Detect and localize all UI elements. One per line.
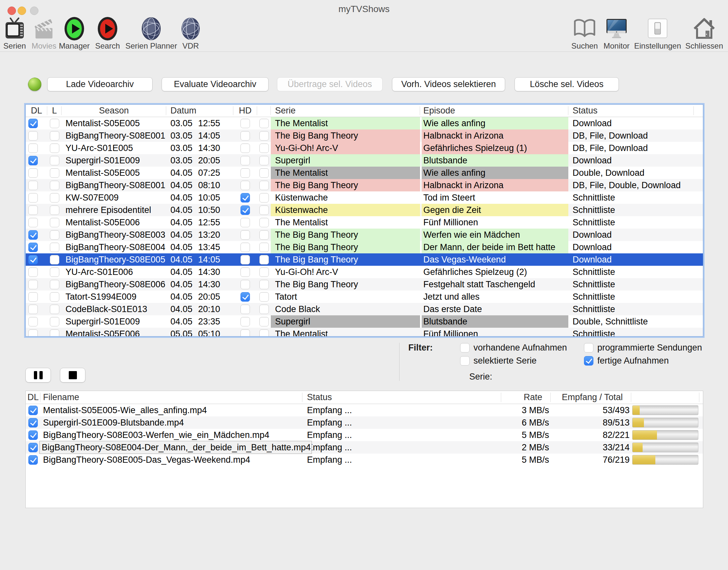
filter-fertige-aufnahmen[interactable]: fertige Aufnahmen <box>584 355 669 366</box>
dl-checkbox[interactable] <box>28 119 38 128</box>
l-checkbox[interactable] <box>50 206 59 215</box>
extra-checkbox[interactable] <box>259 131 269 140</box>
l-checkbox[interactable] <box>50 317 59 326</box>
episode-row[interactable]: Mentalist-S05E00503.05 12:55The Mentalis… <box>26 117 703 129</box>
episode-row[interactable]: Mentalist-S05E00605.05 05:10The Mentalis… <box>26 328 703 336</box>
hd-checkbox[interactable] <box>240 280 250 289</box>
episode-row[interactable]: YU-Arc-S01E00503.05 14:30Yu-Gi-Oh! Arc-V… <box>26 142 703 154</box>
pause-button[interactable] <box>25 368 51 382</box>
column-header-l[interactable]: L <box>47 105 62 117</box>
hd-checkbox[interactable] <box>240 292 250 302</box>
dl-checkbox[interactable] <box>28 443 38 452</box>
toolbar-einstellungen[interactable]: Einstellungen <box>631 14 684 51</box>
column-header-empfang-total[interactable]: Empfang / Total <box>551 391 631 404</box>
episode-row[interactable]: CodeBlack-S01E01304.05 20:10Code BlackDa… <box>26 303 703 315</box>
hd-checkbox[interactable] <box>240 193 250 203</box>
toolbar-movies[interactable]: Movies <box>31 14 57 51</box>
dl-checkbox[interactable] <box>28 206 38 215</box>
column-header-dl[interactable]: DL <box>26 391 40 404</box>
l-checkbox[interactable] <box>50 255 59 264</box>
column-header-hd[interactable]: HD <box>233 105 257 117</box>
extra-checkbox[interactable] <box>259 119 269 128</box>
dl-checkbox[interactable] <box>28 305 38 314</box>
dl-checkbox[interactable] <box>28 267 38 277</box>
toolbar-suchen[interactable]: Suchen <box>569 14 600 51</box>
filter-vorhandene-aufnahmen[interactable]: vorhandene Aufnahmen <box>460 342 567 353</box>
column-header-filename[interactable]: Filename <box>40 391 302 404</box>
extra-checkbox[interactable] <box>259 305 269 314</box>
extra-checkbox[interactable] <box>259 267 269 277</box>
hd-checkbox[interactable] <box>240 317 250 326</box>
episode-row[interactable]: BigBangTheory-S08E00104.05 08:10The Big … <box>26 179 703 192</box>
hd-checkbox[interactable] <box>240 181 250 190</box>
extra-checkbox[interactable] <box>259 230 269 240</box>
l-checkbox[interactable] <box>50 218 59 227</box>
hd-checkbox[interactable] <box>240 329 250 337</box>
toolbar-monitor[interactable]: Monitor <box>600 14 633 51</box>
extra-checkbox[interactable] <box>259 255 269 264</box>
hd-checkbox[interactable] <box>240 230 250 240</box>
evaluate-videoarchiv-button[interactable]: Evaluate Videoarchiv <box>162 77 268 91</box>
toolbar-vdr[interactable]: VDR <box>181 14 200 51</box>
download-row[interactable]: Supergirl-S01E009-Blutsbande.mp4Empfang … <box>26 416 703 429</box>
dl-checkbox[interactable] <box>28 406 38 415</box>
dl-checkbox[interactable] <box>28 230 38 240</box>
l-checkbox[interactable] <box>50 243 59 252</box>
extra-checkbox[interactable] <box>259 243 269 252</box>
toolbar-schliessen[interactable]: Schliessen <box>684 14 725 51</box>
download-row[interactable]: BigBangTheory-S08E005-Das_Vegas-Weekend.… <box>26 454 703 466</box>
hd-checkbox[interactable] <box>240 267 250 277</box>
l-checkbox[interactable] <box>50 181 59 190</box>
column-header-rate[interactable]: Rate <box>501 391 551 404</box>
l-checkbox[interactable] <box>50 168 59 178</box>
dl-checkbox[interactable] <box>28 156 38 165</box>
uebertrage-videos-button[interactable]: Übertrage sel. Videos <box>277 77 383 91</box>
episode-row[interactable]: Mentalist-S05E00504.05 07:25The Mentalis… <box>26 167 703 179</box>
episode-row[interactable]: KW-S07E00904.05 10:05KüstenwacheTod im S… <box>26 192 703 204</box>
hd-checkbox[interactable] <box>240 243 250 252</box>
episode-row[interactable]: BigBangTheory-S08E00304.05 13:20The Big … <box>26 229 703 241</box>
extra-checkbox[interactable] <box>259 317 269 326</box>
checkbox-icon[interactable] <box>460 356 470 365</box>
hd-checkbox[interactable] <box>240 305 250 314</box>
column-header-status[interactable]: Status <box>302 391 501 404</box>
vorh-videos-selektieren-button[interactable]: Vorh. Videos selektieren <box>392 77 505 91</box>
filter-programmierte-sendungen[interactable]: programmierte Sendungen <box>584 342 702 353</box>
episode-row[interactable]: BigBangTheory-S08E00404.05 13:45The Big … <box>26 241 703 253</box>
dl-checkbox[interactable] <box>28 131 38 140</box>
l-checkbox[interactable] <box>50 156 59 165</box>
dl-checkbox[interactable] <box>28 280 38 289</box>
dl-checkbox[interactable] <box>28 218 38 227</box>
episode-row[interactable]: YU-Arc-S01E00604.05 14:30Yu-Gi-Oh! Arc-V… <box>26 266 703 278</box>
dl-checkbox[interactable] <box>28 455 38 465</box>
toolbar-serien[interactable]: Serien <box>3 14 26 51</box>
l-checkbox[interactable] <box>50 267 59 277</box>
dl-checkbox[interactable] <box>28 193 38 203</box>
l-checkbox[interactable] <box>50 305 59 314</box>
column-header-dl[interactable]: DL <box>26 105 47 117</box>
extra-checkbox[interactable] <box>259 168 269 178</box>
toolbar-search[interactable]: Search <box>94 14 121 51</box>
l-checkbox[interactable] <box>50 329 59 337</box>
toolbar-serien-planner[interactable]: Serien Planner <box>126 14 177 51</box>
episode-row[interactable]: BigBangTheory-S08E00504.05 14:05The Big … <box>26 253 703 266</box>
l-checkbox[interactable] <box>50 230 59 240</box>
extra-checkbox[interactable] <box>259 193 269 203</box>
episode-row[interactable]: Supergirl-S01E00904.05 23:35SupergirlBlu… <box>26 315 703 328</box>
l-checkbox[interactable] <box>50 119 59 128</box>
dl-checkbox[interactable] <box>28 181 38 190</box>
dl-checkbox[interactable] <box>28 255 38 264</box>
hd-checkbox[interactable] <box>240 156 250 165</box>
episode-row[interactable]: Supergirl-S01E00903.05 20:05SupergirlBlu… <box>26 154 703 167</box>
extra-checkbox[interactable] <box>259 218 269 227</box>
download-row[interactable]: BigBangTheory-S08E003-Werfen_wie_ein_Mäd… <box>26 429 703 441</box>
column-header-season[interactable]: Season <box>62 105 166 117</box>
hd-checkbox[interactable] <box>240 144 250 153</box>
dl-checkbox[interactable] <box>28 317 38 326</box>
dl-checkbox[interactable] <box>28 329 38 337</box>
episode-row[interactable]: BigBangTheory-S08E00103.05 14:05The Big … <box>26 129 703 142</box>
episode-row[interactable]: BigBangTheory-S08E00604.05 14:30The Big … <box>26 278 703 291</box>
extra-checkbox[interactable] <box>259 181 269 190</box>
l-checkbox[interactable] <box>50 193 59 203</box>
column-header-serie[interactable]: Serie <box>271 105 420 117</box>
